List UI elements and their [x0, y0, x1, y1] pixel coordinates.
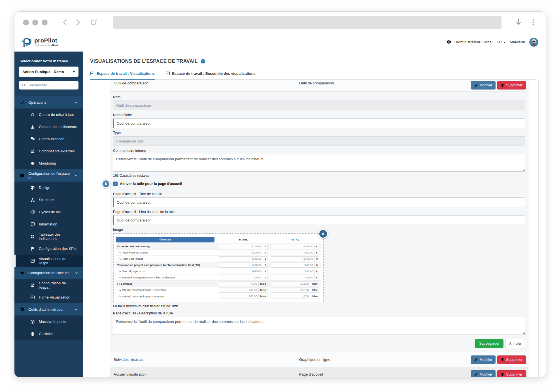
comment-textarea[interactable]: Retrouvez ici l'outil de comparaison per… [113, 154, 525, 172]
copy-icon [30, 210, 35, 214]
sidebar-section-configuration-accueil[interactable]: Configuration de l'accueil [14, 267, 83, 279]
browser-menu-icon[interactable] [529, 18, 537, 26]
preview-unit: € [314, 244, 319, 249]
sidebar-item-tableaux-indicateurs[interactable]: Tableaux des indicateurs [14, 230, 83, 242]
preview-table-row: FTE Impact -70,00false -572,00false [116, 281, 321, 287]
sidebar-item-design[interactable]: Design [14, 182, 83, 194]
tile-enable-checkbox[interactable] [113, 182, 118, 186]
propilot-logo[interactable]: proPilot — Powered by dFakto [21, 37, 59, 48]
delete-button[interactable]: Supprimer [497, 355, 526, 364]
preview-unit: € [314, 250, 319, 255]
sidebar-item-monitoring[interactable]: Monitoring [14, 157, 83, 169]
preview-value: 2145,00 [219, 244, 263, 249]
preview-unit: € [314, 275, 319, 280]
sidebar-item-communication[interactable]: Communication [14, 133, 83, 145]
tile-description-textarea[interactable]: Retrouvez ici l'outil de comparaison per… [113, 317, 525, 335]
preview-value: 7750,00 [271, 250, 314, 255]
preview-unit: € [314, 256, 319, 261]
admin-gear-icon[interactable] [447, 40, 451, 44]
address-bar[interactable] [113, 16, 501, 29]
preview-value: 3345,00 [271, 256, 314, 261]
sidebar-item-home-visualisation[interactable]: Home Visualisation [14, 291, 83, 303]
chars-remaining: 163 Caractères restants [113, 174, 525, 178]
type-input [113, 136, 525, 146]
language-selector[interactable]: FR [497, 40, 505, 44]
preview-unit: € [263, 256, 268, 261]
save-button[interactable]: Sauvegarder [475, 339, 503, 348]
sidebar-item-configuration-espace-accueil[interactable]: Configuration de l'espa... [14, 279, 83, 291]
display-name-input[interactable] [113, 118, 525, 128]
tile-description-label: Page d'accueil - Description de la tuile [113, 311, 525, 316]
edit-icon [30, 283, 35, 287]
sidebar-item-massive-imports[interactable]: Massive Imports [14, 316, 83, 328]
preview-row-label: Total one-off project cost proposed for … [116, 263, 217, 267]
refresh-icon [20, 100, 25, 105]
sidebar-section-outils-administration[interactable]: Outils d'administration [14, 303, 83, 316]
comment-icon [30, 222, 35, 227]
tile-link-input[interactable] [113, 215, 525, 225]
preview-value: 130,00 [219, 294, 258, 299]
preview-row-label: One off project cost [116, 270, 217, 273]
palette-icon [30, 186, 35, 190]
preview-row-label: FTE Impact [116, 282, 217, 285]
flag-icon [30, 246, 35, 251]
column-header: TOTAL [217, 238, 269, 241]
sidebar-item-centre-mise-a-jour[interactable]: Centre de mise à jour [14, 108, 83, 121]
preview-table-row: Total Revenue Impact 6290,00€ 7750,00€ [116, 250, 321, 256]
window-close-dot[interactable] [23, 20, 29, 25]
tile-title-input[interactable] [113, 197, 525, 207]
back-button[interactable] [61, 18, 69, 26]
window-minimize-dot[interactable] [32, 20, 38, 25]
pencil-icon [474, 84, 478, 87]
remove-image-button[interactable] [318, 229, 328, 238]
preview-value: 200,00 [219, 287, 258, 293]
image-preview: Generate TOTAL TOTAL Expected net cost s… [113, 233, 324, 302]
preview-value: 1095,00 [271, 269, 314, 274]
username-label[interactable]: Maiwenn [510, 40, 525, 44]
eye-icon [30, 161, 35, 166]
preview-unit: false [258, 294, 268, 299]
sidebar-section-configuration-espace[interactable]: Configuration de l'espace de ... [14, 169, 83, 182]
comment-label: Commentaire interne [113, 148, 525, 153]
window-controls [23, 20, 51, 25]
delete-button[interactable]: Supprimer [497, 370, 526, 377]
avatar[interactable] [529, 38, 538, 47]
sidebar-item-configuration-kpis[interactable]: Configuration des KPIs [14, 242, 83, 255]
brand-tagline: — Powered by dFakto [35, 44, 59, 47]
download-icon[interactable] [515, 18, 522, 26]
generate-button: Generate [116, 237, 214, 242]
chevron-down-icon [74, 307, 78, 312]
sidebar-item-composants-externes[interactable]: Composants externes [14, 145, 83, 157]
app-header: proPilot — Powered by dFakto Administrat… [14, 33, 546, 51]
name-label: Nom [113, 95, 525, 99]
search-input[interactable] [28, 83, 76, 88]
sidebar-section-operations[interactable]: Opérations [14, 96, 83, 108]
edit-button[interactable]: Modifier [471, 81, 496, 90]
sidebar-item-gestion-utilisateurs[interactable]: Gestion des utilisateurs [14, 121, 83, 133]
forward-button[interactable] [74, 18, 82, 26]
visualisations-list: Outil de comparaison Outil de comparaiso… [110, 80, 528, 377]
instance-select[interactable]: Action Publique - Demo [19, 67, 78, 77]
tab-ensemble-visualisations[interactable]: Espace de travail : Ensemble des visuali… [165, 71, 256, 80]
sidebar-item-visualisations-espace[interactable]: Visualisations de l'espa... [14, 255, 83, 267]
window-maximize-dot[interactable] [42, 20, 48, 25]
sidebar-item-structure[interactable]: Structure [14, 194, 83, 206]
preview-table-row: Total one-off project cost proposed for … [116, 262, 321, 268]
cancel-button[interactable]: Annuler [505, 339, 525, 348]
sidebar-item-cycles-de-vie[interactable]: Cycles de vie [14, 206, 83, 218]
delete-button[interactable]: Supprimer [497, 81, 526, 90]
scrollbar-track[interactable] [538, 79, 539, 377]
edit-button[interactable]: Modifier [471, 355, 496, 364]
preview-unit: € [314, 263, 319, 268]
check-icon [114, 182, 117, 186]
tab-espace-visualisations[interactable]: Espace de travail : Visualisations [90, 71, 155, 80]
info-icon[interactable] [200, 59, 206, 64]
edit-button[interactable]: Modifier [471, 370, 496, 377]
reload-button[interactable] [90, 18, 97, 26]
preview-value: 6290,00 [219, 250, 263, 255]
share-icon [30, 149, 35, 154]
sidebar-item-corbeille[interactable]: Corbeille [14, 328, 83, 340]
sidebar-item-information[interactable]: Information [14, 218, 83, 230]
preview-table-row: External management consulting assistanc… [116, 274, 321, 281]
refresh-icon [30, 112, 35, 117]
